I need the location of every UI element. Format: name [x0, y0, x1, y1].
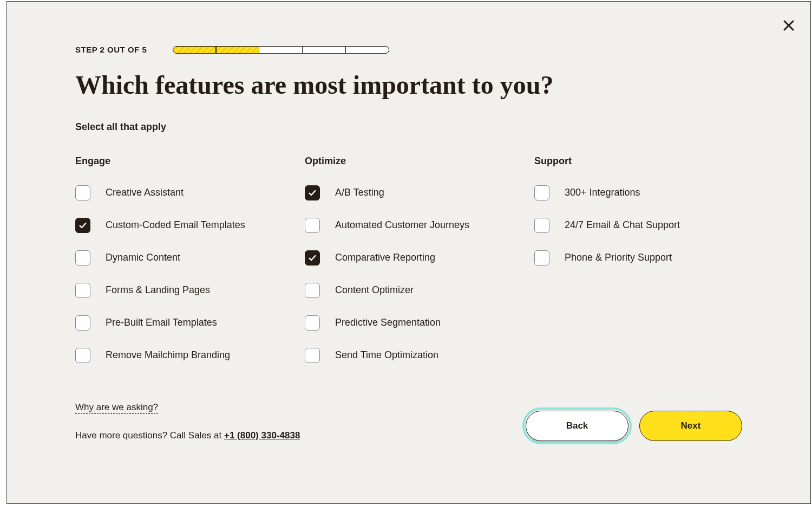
checkbox-300-integrations[interactable] — [534, 185, 549, 200]
checkbox-comparative-reporting[interactable] — [305, 250, 320, 266]
checkbox-dynamic-content[interactable] — [75, 250, 90, 266]
option-300-integrations[interactable]: 300+ Integrations — [534, 185, 742, 200]
option-label: Custom-Coded Email Templates — [106, 219, 245, 231]
checkbox-automated-customer-journeys[interactable] — [305, 218, 320, 233]
checkbox-custom-coded-email-templates[interactable] — [75, 218, 90, 233]
checkbox-predictive-segmentation[interactable] — [305, 315, 320, 331]
option-forms-landing-pages[interactable]: Forms & Landing Pages — [75, 283, 283, 298]
sales-row: Have more questions? Call Sales at +1 (8… — [75, 430, 300, 441]
column-engage: EngageCreative AssistantCustom-Coded Ema… — [75, 156, 283, 380]
option-label: Automated Customer Journeys — [335, 219, 469, 231]
column-support: Support300+ Integrations24/7 Email & Cha… — [534, 156, 742, 380]
progress-bar — [173, 46, 389, 54]
checkbox-send-time-optimization[interactable] — [305, 348, 320, 363]
next-button-label: Next — [681, 420, 701, 431]
option-label: 24/7 Email & Chat Support — [565, 219, 680, 231]
footer-right: Back Next — [526, 411, 742, 441]
progress-segment-5 — [346, 46, 389, 54]
checkbox-email-chat-support[interactable] — [534, 218, 549, 233]
check-icon — [78, 221, 87, 230]
column-header: Support — [534, 156, 742, 167]
option-custom-coded-email-templates[interactable]: Custom-Coded Email Templates — [75, 218, 283, 233]
option-creative-assistant[interactable]: Creative Assistant — [75, 185, 283, 200]
check-icon — [308, 189, 317, 197]
option-label: A/B Testing — [335, 187, 384, 198]
option-remove-mailchimp-branding[interactable]: Remove Mailchimp Branding — [75, 348, 283, 363]
option-label: Dynamic Content — [106, 252, 180, 263]
column-optimize: OptimizeA/B TestingAutomated Customer Jo… — [305, 156, 513, 380]
checkbox-creative-assistant[interactable] — [75, 185, 90, 200]
back-button[interactable]: Back — [526, 411, 628, 441]
option-label: 300+ Integrations — [565, 187, 640, 198]
checkbox-pre-built-email-templates[interactable] — [75, 315, 90, 331]
page-title: Which features are most important to you… — [75, 69, 742, 101]
option-send-time-optimization[interactable]: Send Time Optimization — [305, 348, 513, 363]
checkbox-phone-priority-support[interactable] — [534, 250, 549, 266]
option-label: Comparative Reporting — [335, 252, 435, 263]
checkbox-content-optimizer[interactable] — [305, 283, 320, 298]
footer: Why are we asking? Have more questions? … — [75, 402, 742, 441]
sales-phone-link[interactable]: +1 (800) 330-4838 — [224, 430, 300, 441]
option-pre-built-email-templates[interactable]: Pre-Built Email Templates — [75, 315, 283, 331]
option-label: Creative Assistant — [106, 187, 184, 198]
option-content-optimizer[interactable]: Content Optimizer — [305, 283, 513, 298]
close-button[interactable] — [780, 18, 797, 35]
step-label: STEP 2 OUT OF 5 — [75, 45, 147, 54]
option-comparative-reporting[interactable]: Comparative Reporting — [305, 250, 513, 266]
step-row: STEP 2 OUT OF 5 — [75, 45, 742, 54]
close-icon — [782, 19, 795, 34]
footer-left: Why are we asking? Have more questions? … — [75, 402, 300, 441]
checkbox-ab-testing[interactable] — [305, 185, 320, 200]
option-automated-customer-journeys[interactable]: Automated Customer Journeys — [305, 218, 513, 233]
progress-segment-4 — [303, 46, 346, 54]
option-predictive-segmentation[interactable]: Predictive Segmentation — [305, 315, 513, 331]
modal-content: STEP 2 OUT OF 5 Which features are most … — [7, 2, 810, 474]
option-label: Phone & Priority Support — [565, 252, 672, 263]
why-asking-link[interactable]: Why are we asking? — [75, 402, 158, 414]
progress-segment-1 — [173, 46, 216, 54]
option-ab-testing[interactable]: A/B Testing — [305, 185, 513, 200]
check-icon — [308, 254, 317, 262]
option-label: Predictive Segmentation — [335, 317, 441, 328]
modal-container: STEP 2 OUT OF 5 Which features are most … — [6, 1, 811, 504]
progress-segment-3 — [259, 46, 303, 54]
checkbox-forms-landing-pages[interactable] — [75, 283, 90, 298]
option-label: Send Time Optimization — [335, 349, 438, 361]
option-phone-priority-support[interactable]: Phone & Priority Support — [534, 250, 742, 266]
column-header: Engage — [75, 156, 283, 167]
option-email-chat-support[interactable]: 24/7 Email & Chat Support — [534, 218, 742, 233]
column-header: Optimize — [305, 156, 513, 167]
option-dynamic-content[interactable]: Dynamic Content — [75, 250, 283, 266]
checkbox-remove-mailchimp-branding[interactable] — [75, 348, 90, 363]
feature-columns: EngageCreative AssistantCustom-Coded Ema… — [75, 156, 742, 380]
option-label: Forms & Landing Pages — [106, 284, 210, 296]
option-label: Remove Mailchimp Branding — [106, 349, 230, 361]
progress-segment-2 — [216, 46, 259, 54]
sales-prefix: Have more questions? Call Sales at — [75, 430, 224, 441]
option-label: Content Optimizer — [335, 284, 414, 296]
option-label: Pre-Built Email Templates — [106, 317, 217, 328]
back-button-label: Back — [566, 420, 588, 431]
instruction-text: Select all that apply — [75, 121, 742, 133]
next-button[interactable]: Next — [639, 411, 742, 441]
